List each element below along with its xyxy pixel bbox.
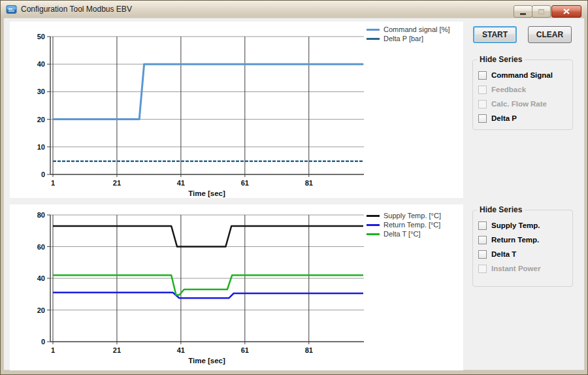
bottom-chart-panel: 020406080121416181Time [sec] Supply Temp…	[10, 204, 463, 370]
legend-swatch	[367, 224, 380, 226]
start-button[interactable]: START	[473, 26, 517, 43]
checkbox-label: Delta T	[491, 250, 516, 258]
hide-series-row-supply-temp: Supply Temp.	[473, 218, 572, 233]
minimize-icon	[520, 13, 526, 15]
svg-text:81: 81	[305, 346, 313, 354]
hide-series-row-instant-power: Instant Power	[473, 261, 572, 276]
svg-text:0: 0	[41, 338, 45, 346]
svg-text:50: 50	[37, 33, 45, 41]
legend-label: Command signal [%]	[384, 25, 450, 33]
checkbox-label: Return Temp.	[491, 236, 539, 244]
svg-text:40: 40	[37, 274, 45, 282]
maximize-icon	[538, 9, 544, 14]
checkbox-list: Supply Temp.Return Temp.Delta TInstant P…	[473, 210, 572, 276]
checkbox-label: Command Signal	[491, 71, 553, 79]
legend-item: Delta T [°C]	[367, 229, 441, 238]
checkbox-list: Command SignalFeedbackCalc. Flow RateDel…	[473, 60, 572, 125]
app-icon	[6, 5, 17, 14]
legend-label: Delta T [°C]	[384, 230, 421, 238]
svg-text:1: 1	[51, 179, 55, 187]
legend-label: Supply Temp. [°C]	[384, 212, 441, 220]
svg-text:10: 10	[37, 143, 45, 151]
checkbox-label: Calc. Flow Rate	[491, 100, 547, 108]
top-chart-panel: 01020304050121416181Time [sec] Command s…	[10, 22, 463, 198]
checkbox-supply-temp[interactable]	[478, 221, 487, 230]
svg-text:20: 20	[37, 306, 45, 314]
top-chart-legend: Command signal [%]Delta P [bar]	[367, 25, 450, 43]
svg-text:20: 20	[37, 116, 45, 123]
group-title: Hide Series	[477, 205, 525, 214]
legend-label: Return Temp. [°C]	[384, 221, 440, 229]
svg-text:0: 0	[41, 171, 45, 178]
window-controls	[514, 5, 581, 18]
svg-text:40: 40	[37, 60, 45, 68]
svg-text:21: 21	[113, 179, 121, 187]
checkbox-delta-t[interactable]	[478, 250, 487, 259]
maximize-button	[532, 5, 551, 18]
titlebar[interactable]: Configuration Tool Modbus EBV	[1, 1, 587, 18]
legend-swatch	[367, 215, 380, 217]
svg-text:60: 60	[37, 243, 45, 251]
svg-text:30: 30	[37, 88, 45, 95]
hide-series-row-delta-p: Delta P	[473, 111, 572, 125]
checkbox-command-signal[interactable]	[478, 71, 487, 80]
legend-swatch	[367, 38, 380, 40]
checkbox-label: Supply Temp.	[491, 221, 540, 229]
legend-label: Delta P [bar]	[384, 35, 423, 42]
svg-text:1: 1	[51, 346, 55, 354]
close-icon	[563, 8, 570, 14]
clear-button[interactable]: CLEAR	[528, 26, 572, 43]
hide-series-row-delta-t: Delta T	[473, 247, 572, 261]
hide-series-row-return-temp: Return Temp.	[473, 233, 572, 247]
legend-item: Delta P [bar]	[367, 34, 450, 43]
legend-item: Supply Temp. [°C]	[367, 211, 441, 220]
checkbox-instant-power	[478, 265, 487, 273]
window-title: Configuration Tool Modbus EBV	[21, 5, 132, 14]
checkbox-return-temp[interactable]	[478, 236, 487, 244]
minimize-button[interactable]	[514, 5, 532, 18]
app-window: Configuration Tool Modbus EBV 0102030405…	[0, 0, 588, 375]
checkbox-label: Feedback	[491, 86, 526, 93]
svg-text:81: 81	[305, 179, 313, 187]
group-title: Hide Series	[477, 55, 525, 64]
legend-swatch	[367, 29, 380, 31]
svg-text:Time [sec]: Time [sec]	[188, 189, 225, 197]
svg-text:Time [sec]: Time [sec]	[188, 357, 225, 365]
top-chart: 01020304050121416181Time [sec]	[10, 22, 463, 198]
hide-series-row-command-signal: Command Signal	[473, 68, 572, 82]
bottom-chart-legend: Supply Temp. [°C]Return Temp. [°C]Delta …	[367, 211, 441, 238]
legend-item: Command signal [%]	[367, 25, 450, 34]
svg-text:61: 61	[241, 346, 249, 354]
svg-text:61: 61	[241, 179, 249, 187]
checkbox-feedback	[478, 86, 487, 94]
checkbox-delta-p[interactable]	[478, 114, 487, 123]
svg-text:41: 41	[177, 346, 185, 354]
checkbox-label: Delta P	[491, 114, 517, 122]
hide-series-row-calc-flow-rate: Calc. Flow Rate	[473, 97, 572, 111]
svg-text:41: 41	[177, 179, 185, 187]
svg-text:21: 21	[113, 346, 121, 354]
legend-swatch	[367, 233, 380, 235]
hide-series-group-bottom: Hide Series Supply Temp.Return Temp.Delt…	[472, 210, 573, 287]
legend-item: Return Temp. [°C]	[367, 220, 441, 229]
hide-series-group-top: Hide Series Command SignalFeedbackCalc. …	[472, 59, 573, 130]
checkbox-calc-flow-rate	[478, 100, 487, 108]
hide-series-row-feedback: Feedback	[473, 82, 572, 97]
close-button[interactable]	[551, 5, 581, 18]
checkbox-label: Instant Power	[491, 265, 540, 272]
client-area: 01020304050121416181Time [sec] Command s…	[3, 18, 585, 370]
svg-text:80: 80	[37, 211, 45, 219]
